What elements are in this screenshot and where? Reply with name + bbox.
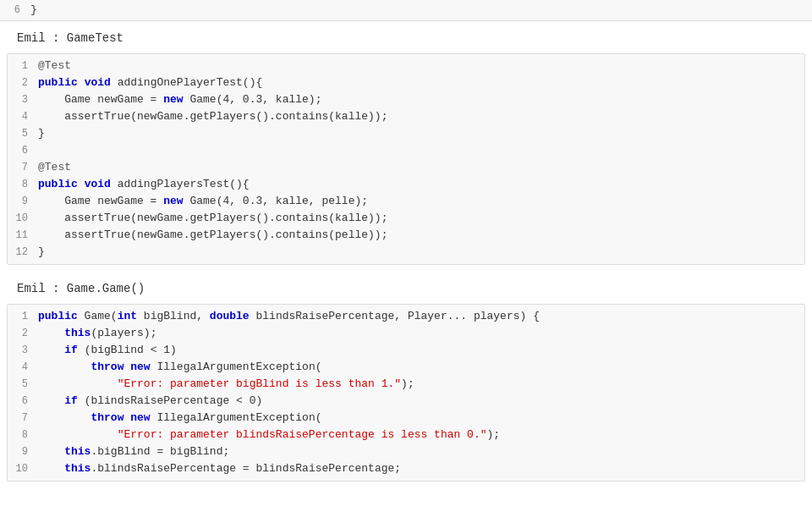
line-number: 11 (8, 228, 38, 243)
line-number: 7 (8, 410, 38, 426)
page-wrapper: 6 } Emil : GameTest 1 @Test 2 public voi… (0, 0, 812, 482)
section2-title: Emil : Game.Game() (17, 282, 145, 295)
code-line: 6 if (blindsRaisePercentage < 0) (8, 393, 804, 410)
line-number: 8 (8, 427, 38, 443)
code-content: } (38, 125, 804, 142)
section2-code-block: 1 public Game(int bigBlind, double blind… (7, 304, 805, 482)
code-line: 9 Game newGame = new Game(4, 0.3, kalle,… (8, 193, 804, 210)
code-content: assertTrue(newGame.getPlayers().contains… (38, 210, 804, 227)
line-number: 10 (8, 211, 38, 226)
line-number: 9 (8, 194, 38, 209)
line-number: 3 (8, 92, 38, 107)
code-line: 6 } (0, 2, 812, 19)
code-content: this.bigBlind = bigBlind; (38, 443, 804, 460)
code-content: Game newGame = new Game(4, 0.3, kalle); (38, 91, 804, 108)
code-content (38, 142, 804, 159)
code-content: this.blindsRaisePercentage = blindsRaise… (38, 460, 804, 477)
code-line: 12 } (8, 244, 804, 261)
line-number: 5 (8, 377, 38, 392)
code-content: public Game(int bigBlind, double blindsR… (38, 308, 804, 325)
line-number: 2 (8, 75, 38, 91)
code-line: 2 public void addingOnePlayerTest(){ (8, 74, 804, 91)
code-line: 4 assertTrue(newGame.getPlayers().contai… (8, 108, 804, 125)
code-line: 10 this.blindsRaisePercentage = blindsRa… (8, 460, 804, 477)
top-code-block: 6 } (0, 0, 812, 21)
line-number: 12 (8, 245, 38, 260)
line-number: 7 (8, 160, 38, 175)
code-content: Game newGame = new Game(4, 0.3, kalle, p… (38, 193, 804, 210)
code-content: } (30, 2, 812, 19)
code-content: public void addingPlayersTest(){ (38, 176, 804, 193)
code-line: 3 Game newGame = new Game(4, 0.3, kalle)… (8, 91, 804, 108)
code-content: "Error: parameter bigBlind is less than … (38, 376, 804, 393)
code-content: "Error: parameter blindsRaisePercentage … (38, 427, 804, 443)
section1-header: Emil : GameTest (0, 21, 812, 53)
code-line: 1 @Test (8, 58, 804, 74)
code-content: public void addingOnePlayerTest(){ (38, 74, 804, 91)
line-number: 6 (8, 394, 38, 409)
code-line: 1 public Game(int bigBlind, double blind… (8, 308, 804, 325)
line-number: 3 (8, 343, 38, 358)
code-content: @Test (38, 159, 804, 176)
line-number: 4 (8, 360, 38, 375)
line-number: 6 (8, 143, 38, 158)
code-line: 7 throw new IllegalArgumentException( (8, 410, 804, 427)
line-number: 5 (8, 126, 38, 141)
line-number: 10 (8, 461, 38, 476)
code-content: throw new IllegalArgumentException( (38, 359, 804, 376)
code-line: 11 assertTrue(newGame.getPlayers().conta… (8, 227, 804, 244)
section2-header: Emil : Game.Game() (0, 272, 812, 304)
code-line: 6 (8, 142, 804, 159)
section1-title: Emil : GameTest (17, 31, 123, 45)
code-line: 8 "Error: parameter blindsRaisePercentag… (8, 427, 804, 443)
line-number: 2 (8, 326, 38, 341)
code-content: } (38, 244, 804, 261)
code-line: 5 } (8, 125, 804, 142)
section1-code-block: 1 @Test 2 public void addingOnePlayerTes… (7, 53, 805, 265)
code-line: 10 assertTrue(newGame.getPlayers().conta… (8, 210, 804, 227)
code-line: 8 public void addingPlayersTest(){ (8, 176, 804, 193)
line-number: 6 (0, 3, 30, 18)
code-content: if (bigBlind < 1) (38, 342, 804, 359)
code-content: assertTrue(newGame.getPlayers().contains… (38, 108, 804, 125)
line-number: 8 (8, 177, 38, 192)
code-line: 2 this(players); (8, 325, 804, 342)
line-number: 9 (8, 444, 38, 460)
code-line: 4 throw new IllegalArgumentException( (8, 359, 804, 376)
code-line: 5 "Error: parameter bigBlind is less tha… (8, 376, 804, 393)
code-line: 3 if (bigBlind < 1) (8, 342, 804, 359)
code-content: assertTrue(newGame.getPlayers().contains… (38, 227, 804, 244)
code-content: if (blindsRaisePercentage < 0) (38, 393, 804, 410)
code-content: @Test (38, 58, 804, 74)
line-number: 1 (8, 309, 38, 324)
line-number: 1 (8, 58, 38, 74)
code-content: this(players); (38, 325, 804, 342)
code-line: 7 @Test (8, 159, 804, 176)
line-number: 4 (8, 109, 38, 124)
code-content: throw new IllegalArgumentException( (38, 410, 804, 427)
code-line: 9 this.bigBlind = bigBlind; (8, 443, 804, 460)
